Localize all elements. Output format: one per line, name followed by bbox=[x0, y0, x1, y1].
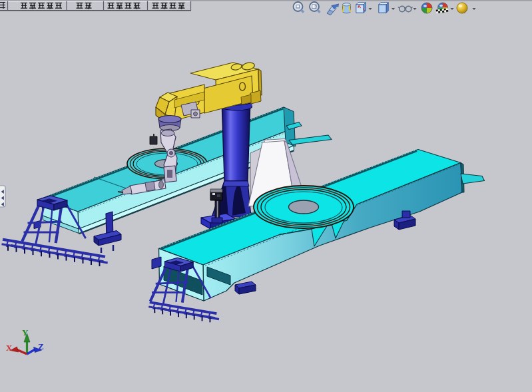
svg-text:X: X bbox=[6, 343, 13, 353]
svg-text:Y: Y bbox=[22, 327, 29, 337]
svg-text:?: ? bbox=[314, 5, 317, 9]
svg-text:Z: Z bbox=[38, 341, 44, 351]
